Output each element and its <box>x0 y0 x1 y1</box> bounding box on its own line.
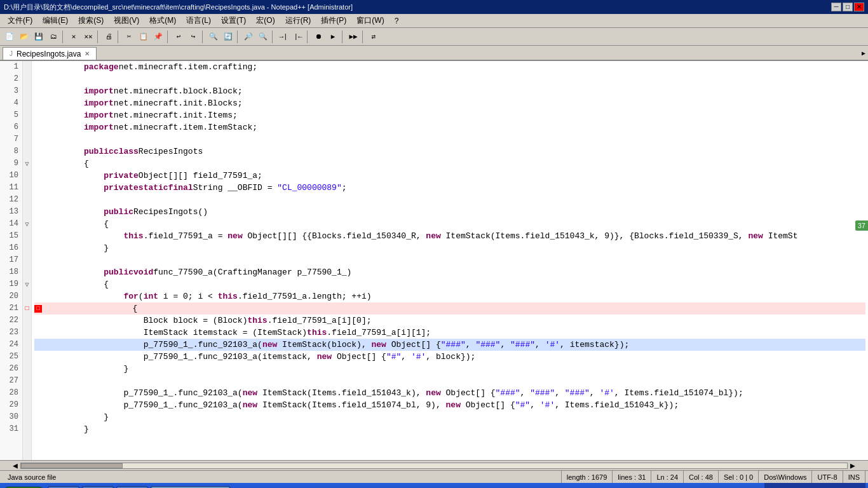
fold-3 <box>23 85 31 97</box>
menu-settings[interactable]: 设置(T) <box>216 14 251 27</box>
cut-button[interactable]: ✂ <box>122 30 136 44</box>
scrollbar-thumb[interactable] <box>21 463 123 468</box>
menu-format[interactable]: 格式(M) <box>144 14 181 27</box>
menu-file[interactable]: 文件(F) <box>3 14 37 27</box>
save-all-button[interactable]: 🗂 <box>46 30 60 44</box>
redo-button[interactable]: ↪ <box>186 30 200 44</box>
menu-language[interactable]: 语言(L) <box>181 14 216 27</box>
close-button[interactable]: ✕ <box>854 3 864 11</box>
zoom-out-button[interactable]: 🔍 <box>256 30 270 44</box>
code-line-4: import net.minecraft.init.Blocks; <box>34 97 865 109</box>
fold-20 <box>23 290 31 302</box>
scrollbar-track[interactable] <box>20 463 848 469</box>
code-line-20: for (int i = 0; i < this.field_77591_a.l… <box>34 290 865 302</box>
line-num-15: 15 <box>4 230 18 242</box>
status-sel: Sel : 0 | 0 <box>719 471 759 483</box>
tab-close-button[interactable]: ✕ <box>85 50 90 57</box>
fold-21[interactable]: □ <box>23 302 31 315</box>
line-num-17: 17 <box>4 254 18 266</box>
print-button[interactable]: 🖨 <box>102 30 116 44</box>
code-editor[interactable]: package net.minecraft.item.crafting; imp… <box>32 61 868 460</box>
status-filetype: Java source file <box>3 471 562 483</box>
code-line-14: { <box>34 218 865 230</box>
fold-10 <box>23 170 31 182</box>
code-line-7 <box>34 133 865 146</box>
title-text: D:\用户目录\我的文档\decompiled_src\net\minecraf… <box>4 3 353 12</box>
fold-17 <box>23 254 31 266</box>
fold-11 <box>23 182 31 194</box>
menu-view[interactable]: 视图(V) <box>109 14 144 27</box>
line-num-4: 4 <box>4 97 18 109</box>
tab-recipesIngots[interactable]: J RecipesIngots.java ✕ <box>3 47 97 60</box>
indent-button[interactable]: →| <box>276 30 290 44</box>
scroll-left-button[interactable]: ◀ <box>10 461 20 471</box>
close-all-button[interactable]: ✕✕ <box>81 30 95 44</box>
paste-button[interactable]: 📌 <box>151 30 165 44</box>
fold-2 <box>23 73 31 85</box>
line-num-31: 31 <box>4 423 18 435</box>
unindent-button[interactable]: |← <box>291 30 305 44</box>
code-line-12 <box>34 194 865 206</box>
zoom-in-button[interactable]: 🔎 <box>241 30 255 44</box>
replace-button[interactable]: 🔄 <box>221 30 235 44</box>
fold-30 <box>23 411 31 423</box>
fold-13 <box>23 206 31 218</box>
line-num-27: 27 <box>4 375 18 387</box>
save-button[interactable]: 💾 <box>32 30 46 44</box>
code-line-28: p_77590_1_.func_92103_a(new ItemStack(It… <box>34 387 865 399</box>
menu-window[interactable]: 窗口(W) <box>351 14 389 27</box>
line-num-13: 13 <box>4 206 18 218</box>
menu-search[interactable]: 搜索(S) <box>73 14 109 27</box>
fold-27 <box>23 375 31 387</box>
status-encoding: UTF-8 <box>812 471 843 483</box>
menu-macro[interactable]: 宏(O) <box>251 14 280 27</box>
open-button[interactable]: 📂 <box>17 30 31 44</box>
copy-button[interactable]: 📋 <box>137 30 151 44</box>
scroll-right-button[interactable]: ▶ <box>848 461 858 471</box>
code-line-6: import net.minecraft.item.ItemStack; <box>34 121 865 133</box>
fold-14[interactable]: ▽ <box>23 218 31 230</box>
minimize-button[interactable]: ─ <box>831 3 841 11</box>
horizontal-scrollbar[interactable]: ◀ ▶ <box>0 460 868 470</box>
line-num-2: 2 <box>4 73 18 85</box>
line-num-25: 25 <box>4 351 18 363</box>
menu-run[interactable]: 运行(R) <box>280 14 316 27</box>
undo-button[interactable]: ↩ <box>172 30 186 44</box>
fold-31 <box>23 423 31 435</box>
code-line-31: } <box>34 423 865 435</box>
line-num-7: 7 <box>4 133 18 146</box>
close-doc-button[interactable]: ✕ <box>67 30 81 44</box>
line-num-20: 20 <box>4 290 18 302</box>
fold-9[interactable]: ▽ <box>23 158 31 170</box>
maximize-button[interactable]: □ <box>843 3 853 11</box>
code-line-19: { <box>34 278 865 290</box>
status-ln: Ln : 24 <box>651 471 684 483</box>
fold-8 <box>23 146 31 158</box>
window-controls[interactable]: ─ □ ✕ <box>831 3 864 11</box>
fold-26 <box>23 363 31 375</box>
fold-19[interactable]: ▽ <box>23 278 31 290</box>
line-num-10: 10 <box>4 170 18 182</box>
editor-container: 1 2 3 4 5 6 7 8 9 10 11 12 13 14 15 16 1… <box>0 61 868 460</box>
line-num-14: 14 <box>4 218 18 230</box>
fold-12 <box>23 194 31 206</box>
menu-help[interactable]: ? <box>390 15 404 27</box>
status-lines: lines : 31 <box>613 471 651 483</box>
new-button[interactable]: 📄 <box>3 30 17 44</box>
run-button[interactable]: ▶▶ <box>346 30 360 44</box>
fold-18 <box>23 266 31 278</box>
fold-4 <box>23 97 31 109</box>
line-num-22: 22 <box>4 315 18 327</box>
sync-button[interactable]: ⇄ <box>367 30 381 44</box>
find-button[interactable]: 🔍 <box>207 30 220 44</box>
menu-plugin[interactable]: 插件(P) <box>316 14 351 27</box>
code-line-5: import net.minecraft.init.Items; <box>34 109 865 121</box>
fold-28 <box>23 387 31 399</box>
macro-play-button[interactable]: ▶ <box>326 30 340 44</box>
tab-scroll-right-button[interactable]: ▶ <box>862 50 865 57</box>
menu-edit[interactable]: 编辑(E) <box>37 14 73 27</box>
toolbar-sep-6 <box>237 30 240 43</box>
fold-markers: ▽ ▽ ▽ □ <box>23 61 32 460</box>
macro-rec-button[interactable]: ⏺ <box>311 30 325 44</box>
code-line-29: p_77590_1_.func_92103_a(new ItemStack(It… <box>34 399 865 411</box>
